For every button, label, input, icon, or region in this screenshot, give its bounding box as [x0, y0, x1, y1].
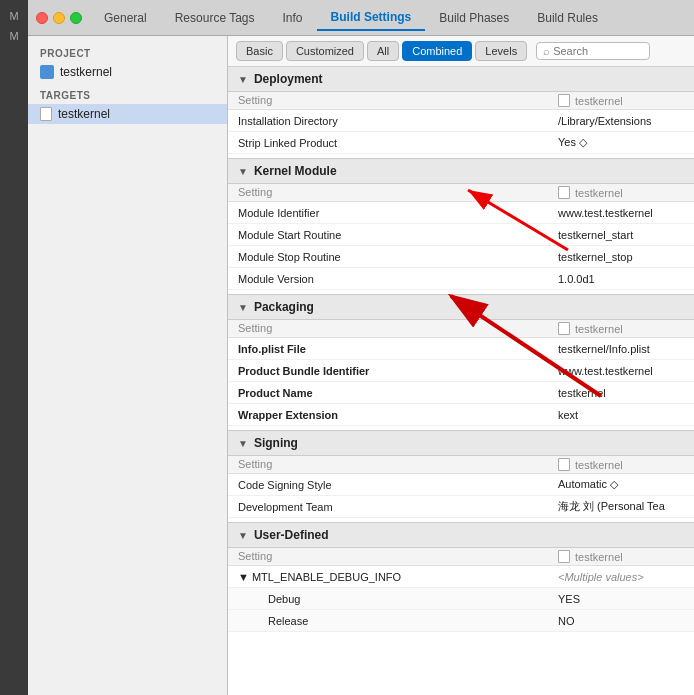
- section-label-packaging: Packaging: [254, 300, 314, 314]
- col-s-header-p: Setting: [228, 320, 548, 337]
- filter-bar: Basic Customized All Combined Levels ⌕: [228, 36, 694, 67]
- row-mtl-release-value[interactable]: Release NO: [228, 610, 694, 632]
- nav-item-target[interactable]: testkernel: [28, 104, 227, 124]
- tab-resource-tags[interactable]: Resource Tags: [161, 6, 269, 30]
- setting-name-wrapper-ext: Wrapper Extension: [228, 406, 548, 424]
- tab-build-rules[interactable]: Build Rules: [523, 6, 612, 30]
- setting-name-module-ver: Module Version: [228, 270, 548, 288]
- tab-build-settings[interactable]: Build Settings: [317, 5, 426, 31]
- row-bundle-id[interactable]: Product Bundle Identifier www.test.testk…: [228, 360, 694, 382]
- tab-info[interactable]: Info: [269, 6, 317, 30]
- row-strip-linked[interactable]: Strip Linked Product Yes ◇: [228, 132, 694, 154]
- nav-project-name: testkernel: [60, 65, 112, 79]
- project-icon: [40, 65, 54, 79]
- setting-value-bundle-id: www.test.testkernel: [548, 362, 694, 380]
- top-tab-bar: General Resource Tags Info Build Setting…: [28, 0, 694, 36]
- col-setting-header-k: Setting: [228, 184, 548, 201]
- row-product-name[interactable]: Product Name testkernel: [228, 382, 694, 404]
- setting-name-infoplist: Info.plist File: [228, 340, 548, 358]
- tab-general[interactable]: General: [90, 6, 161, 30]
- targets-section-label: TARGETS: [28, 82, 227, 104]
- section-label-kernel-module: Kernel Module: [254, 164, 337, 178]
- col-value-header-k: testkernel: [548, 184, 694, 201]
- section-user-defined: ▼ User-Defined Setting testkernel ▼ MTL_…: [228, 522, 694, 632]
- chevron-signing: ▼: [238, 438, 248, 449]
- col-value-header-deployment: testkernel: [548, 92, 694, 109]
- filter-basic[interactable]: Basic: [236, 41, 283, 61]
- file-icon-kernel: [558, 186, 570, 199]
- setting-name-module-stop: Module Stop Routine: [228, 248, 548, 266]
- col-s-header-ud: Setting: [228, 548, 548, 565]
- chevron-user-defined: ▼: [238, 530, 248, 541]
- col-v-header-ud: testkernel: [548, 548, 694, 565]
- section-header-kernel-module: ▼ Kernel Module: [228, 158, 694, 184]
- nav-item-project[interactable]: testkernel: [28, 62, 227, 82]
- sidebar-letter-m2[interactable]: M: [9, 30, 18, 42]
- col-headers-kernel: Setting testkernel: [228, 184, 694, 202]
- col-v-header-p: testkernel: [548, 320, 694, 337]
- section-header-deployment: ▼ Deployment: [228, 67, 694, 92]
- navigator-panel: PROJECT testkernel TARGETS testkernel: [28, 36, 228, 695]
- setting-name-dev-team: Development Team: [228, 498, 548, 516]
- row-module-start[interactable]: Module Start Routine testkernel_start: [228, 224, 694, 246]
- filter-levels[interactable]: Levels: [475, 41, 527, 61]
- search-icon: ⌕: [543, 45, 550, 57]
- row-installation-dir[interactable]: Installation Directory /Library/Extensio…: [228, 110, 694, 132]
- row-mtl-debug-value[interactable]: Debug YES: [228, 588, 694, 610]
- section-label-deployment: Deployment: [254, 72, 323, 86]
- target-icon: [40, 107, 52, 121]
- nav-target-name: testkernel: [58, 107, 110, 121]
- row-module-stop[interactable]: Module Stop Routine testkernel_stop: [228, 246, 694, 268]
- setting-value-module-stop: testkernel_stop: [548, 248, 694, 266]
- row-infoplist[interactable]: Info.plist File testkernel/Info.plist: [228, 338, 694, 360]
- build-settings-panel: Basic Customized All Combined Levels ⌕: [228, 36, 694, 695]
- setting-name-installation-dir: Installation Directory: [228, 112, 548, 130]
- setting-value-strip-linked: Yes ◇: [548, 133, 694, 152]
- setting-value-module-ver: 1.0.0d1: [548, 270, 694, 288]
- row-dev-team[interactable]: Development Team 海龙 刘 (Personal Tea: [228, 496, 694, 518]
- setting-name-strip-linked: Strip Linked Product: [228, 134, 548, 152]
- section-header-signing: ▼ Signing: [228, 430, 694, 456]
- row-module-identifier[interactable]: Module Identifier www.test.testkernel: [228, 202, 694, 224]
- file-icon-signing: [558, 458, 570, 471]
- section-header-packaging: ▼ Packaging: [228, 294, 694, 320]
- col-headers-deployment: Setting testkernel: [228, 92, 694, 110]
- col-headers-packaging: Setting testkernel: [228, 320, 694, 338]
- section-label-user-defined: User-Defined: [254, 528, 329, 542]
- row-module-version[interactable]: Module Version 1.0.0d1: [228, 268, 694, 290]
- search-box[interactable]: ⌕: [536, 42, 650, 60]
- setting-value-installation-dir: /Library/Extensions: [548, 112, 694, 130]
- section-deployment: ▼ Deployment Setting testkernel: [228, 67, 694, 154]
- file-icon-ud: [558, 550, 570, 563]
- setting-value-release: NO: [548, 612, 694, 630]
- chevron-deployment: ▼: [238, 74, 248, 85]
- search-input[interactable]: [553, 45, 643, 57]
- col-headers-signing: Setting testkernel: [228, 456, 694, 474]
- setting-value-module-start: testkernel_start: [548, 226, 694, 244]
- section-packaging: ▼ Packaging Setting testkernel Info.plis…: [228, 294, 694, 426]
- filter-all[interactable]: All: [367, 41, 399, 61]
- window-buttons: [32, 12, 90, 24]
- setting-value-infoplist: testkernel/Info.plist: [548, 340, 694, 358]
- setting-name-bundle-id: Product Bundle Identifier: [228, 362, 548, 380]
- filter-combined[interactable]: Combined: [402, 41, 472, 61]
- setting-name-module-id: Module Identifier: [228, 204, 548, 222]
- sidebar-letter-m1[interactable]: M: [9, 10, 18, 22]
- tab-build-phases[interactable]: Build Phases: [425, 6, 523, 30]
- project-section-label: PROJECT: [28, 44, 227, 62]
- filter-customized[interactable]: Customized: [286, 41, 364, 61]
- setting-name-release: Release: [228, 612, 548, 630]
- section-signing: ▼ Signing Setting testkernel Code Signin…: [228, 430, 694, 518]
- col-v-header-sig: testkernel: [548, 456, 694, 473]
- settings-table: ▼ Deployment Setting testkernel: [228, 67, 694, 695]
- row-wrapper-ext[interactable]: Wrapper Extension kext: [228, 404, 694, 426]
- row-code-signing-style[interactable]: Code Signing Style Automatic ◇: [228, 474, 694, 496]
- setting-value-product-name: testkernel: [548, 384, 694, 402]
- setting-value-mtl-debug: <Multiple values>: [548, 568, 694, 586]
- file-icon-deployment: [558, 94, 570, 107]
- col-setting-header: Setting: [228, 92, 548, 109]
- chevron-packaging: ▼: [238, 302, 248, 313]
- row-mtl-debug[interactable]: ▼ MTL_ENABLE_DEBUG_INFO <Multiple values…: [228, 566, 694, 588]
- setting-name-mtl-debug: ▼ MTL_ENABLE_DEBUG_INFO: [228, 568, 548, 586]
- setting-value-debug: YES: [548, 590, 694, 608]
